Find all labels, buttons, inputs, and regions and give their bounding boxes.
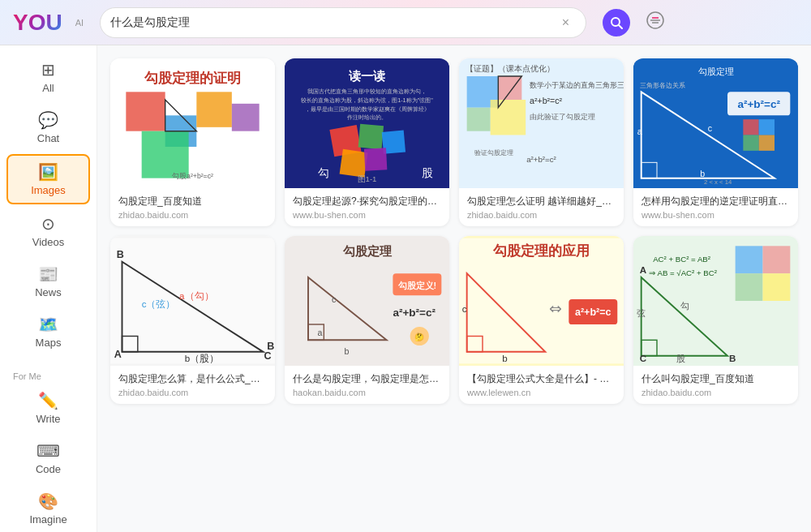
image-container-3: 【证题】（课本点优化） 数学小于某边的直角三角形三边满足： a²+b²=c² 由… (459, 58, 624, 188)
sidebar-item-code[interactable]: ⌨ Code (6, 435, 90, 482)
sidebar-item-label: Videos (32, 236, 65, 248)
math-image-4: 勾股定理 三角形各边关系 b a c a²+b²=c² (633, 58, 798, 188)
search-clear-icon[interactable]: × (556, 15, 576, 30)
svg-text:a²+b²=c²: a²+b²=c² (530, 96, 563, 105)
svg-rect-11 (196, 92, 231, 127)
svg-text:勾股定理: 勾股定理 (698, 66, 734, 76)
svg-text:C: C (264, 350, 271, 362)
image-container-8: A C B 股 弦 勾 AC² + BC² = AB² ⇒ AB = √AC² … (633, 236, 798, 366)
sidebar-item-label: Imagine (29, 513, 67, 526)
card-title-3: 勾股定理怎么证明 越详细越好_百度知道 (467, 195, 616, 208)
svg-text:B: B (729, 353, 736, 363)
svg-text:验证勾股定理: 验证勾股定理 (474, 149, 513, 157)
card-info-2: 勾股定理起源?·探究勾股定理的起源写一篇议论文 www.bu-shen.com (285, 188, 449, 226)
svg-text:8: 8 (770, 187, 775, 188)
svg-line-1 (619, 25, 622, 28)
filter-icon (646, 11, 664, 29)
math-image-8: A C B 股 弦 勾 AC² + BC² = AB² ⇒ AB = √AC² … (633, 236, 798, 366)
math-image-3: 【证题】（课本点优化） 数学小于某边的直角三角形三边满足： a²+b²=c² 由… (459, 58, 624, 188)
image-card-6[interactable]: 勾股定理 a b c 勾股定义! a²+b²=c² (285, 236, 449, 404)
svg-text:b: b (502, 353, 507, 363)
svg-text:A: A (640, 264, 647, 275)
math-image-5: B B A C b（股） a（勾） c（弦） (110, 236, 275, 366)
body: ⊞ All 💬 Chat 🖼️ Images ⊙ Videos 📰 News 🗺… (0, 45, 811, 532)
math-image-2: 读一读 我国古代把直角三角形中较短的直角边称为勾， 较长的直角边称为股，斜边称为… (285, 58, 449, 188)
svg-rect-52 (759, 119, 775, 135)
svg-rect-34 (491, 100, 526, 135)
image-card-3[interactable]: 【证题】（课本点优化） 数学小于某边的直角三角形三边满足： a²+b²=c² 由… (459, 58, 624, 226)
image-card-7[interactable]: 勾股定理的应用 b c ⇔ a²+b²=c (459, 236, 624, 404)
svg-text:6: 6 (640, 187, 644, 188)
sidebar-item-videos[interactable]: ⊙ Videos (6, 208, 90, 255)
sidebar-item-chat[interactable]: 💬 Chat (6, 104, 90, 151)
svg-text:勾股定理的证明: 勾股定理的证明 (144, 70, 241, 86)
sidebar-item-write[interactable]: ✏️ Write (6, 384, 90, 431)
write-icon: ✏️ (38, 391, 58, 410)
sidebar-item-imagine[interactable]: 🎨 Imagine (6, 485, 90, 532)
svg-text:🤔: 🤔 (414, 332, 425, 342)
images-icon: 🖼️ (38, 162, 58, 182)
logo: YOU (13, 10, 62, 36)
image-card-8[interactable]: A C B 股 弦 勾 AC² + BC² = AB² ⇒ AB = √AC² … (633, 236, 798, 404)
sidebar-item-label: Maps (36, 337, 62, 349)
image-card-4[interactable]: 勾股定理 三角形各边关系 b a c a²+b²=c² (633, 58, 798, 226)
all-icon: ⊞ (41, 60, 55, 79)
card-info-6: 什么是勾股定理，勾股定理是怎么算出来的，你会了吗_好看视频 haokan.bai… (285, 366, 449, 404)
sidebar-item-all[interactable]: ⊞ All (6, 54, 90, 101)
svg-rect-24 (340, 149, 368, 178)
svg-text:弦: 弦 (637, 308, 646, 318)
image-container-7: 勾股定理的应用 b c ⇔ a²+b²=c (459, 236, 624, 366)
sidebar-item-maps[interactable]: 🗺️ Maps (6, 308, 90, 355)
card-title-7: 【勾股定理公式大全是什么】- 乐乐问答 (467, 372, 616, 386)
search-icon (610, 16, 623, 29)
svg-rect-93 (736, 273, 763, 301)
card-info-7: 【勾股定理公式大全是什么】- 乐乐问答 www.lelewen.cn (459, 366, 624, 404)
card-domain-6: haokan.baidu.com (293, 388, 441, 397)
svg-text:作注时给出的。: 作注时给出的。 (346, 114, 387, 121)
svg-rect-32 (498, 76, 521, 100)
card-title-2: 勾股定理起源?·探究勾股定理的起源写一篇议论文 (293, 195, 441, 208)
svg-text:图1-1: 图1-1 (358, 175, 377, 184)
svg-rect-25 (364, 148, 387, 170)
sidebar-item-label: Images (31, 184, 66, 196)
svg-rect-92 (763, 246, 791, 273)
image-container-4: 勾股定理 三角形各边关系 b a c a²+b²=c² (633, 58, 798, 188)
image-container-1: 勾股定理的证明 勾股a²+b²=c² (110, 58, 275, 188)
svg-text:c（弦）: c（弦） (142, 298, 176, 310)
news-icon: 📰 (38, 264, 58, 284)
card-domain-3: zhidao.baidu.com (467, 210, 616, 220)
sidebar-item-label: Chat (37, 132, 59, 144)
maps-icon: 🗺️ (38, 315, 58, 334)
card-domain-7: www.lelewen.cn (467, 388, 616, 397)
imagine-icon: 🎨 (38, 491, 58, 511)
image-card-2[interactable]: 读一读 我国古代把直角三角形中较短的直角边称为勾， 较长的直角边称为股，斜边称为… (285, 58, 449, 226)
svg-text:a²+b²=c²: a²+b²=c² (526, 155, 556, 164)
image-container-2: 读一读 我国古代把直角三角形中较短的直角边称为勾， 较长的直角边称为股，斜边称为… (285, 58, 449, 188)
svg-text:勾股定理: 勾股定理 (342, 244, 393, 258)
svg-text:b: b (700, 169, 705, 178)
svg-text:数学小于某边的直角三角形三边满足：: 数学小于某边的直角三角形三边满足： (530, 82, 624, 90)
chat-icon: 💬 (38, 110, 58, 130)
svg-text:由此验证了勾股定理: 由此验证了勾股定理 (530, 113, 595, 121)
card-title-4: 怎样用勾股定理的逆定理证明直角三角形·证明勾股定理的逆定理 (642, 195, 790, 208)
search-input[interactable] (110, 16, 556, 29)
search-button[interactable] (603, 9, 630, 36)
svg-text:AC² + BC² = AB²: AC² + BC² = AB² (653, 254, 711, 263)
sidebar-item-label: All (42, 82, 54, 94)
svg-text:【证题】（课本点优化）: 【证题】（课本点优化） (466, 64, 555, 73)
sidebar-item-images[interactable]: 🖼️ Images (6, 154, 90, 204)
math-image-1: 勾股定理的证明 勾股a²+b²=c² (110, 58, 275, 188)
filter-button[interactable] (640, 5, 671, 40)
card-domain-8: zhidao.baidu.com (642, 388, 790, 397)
main-content: 勾股定理的证明 勾股a²+b²=c² 勾股定理_百度知道 zhidao (97, 45, 811, 532)
svg-rect-94 (763, 273, 791, 301)
svg-rect-53 (743, 135, 758, 151)
svg-text:b: b (344, 346, 349, 356)
card-info-1: 勾股定理_百度知道 zhidao.baidu.com (110, 188, 275, 226)
image-card-5[interactable]: B B A C b（股） a（勾） c（弦） 勾股定理怎么算，是什么公式_百度知… (110, 236, 275, 404)
image-card-1[interactable]: 勾股定理的证明 勾股a²+b²=c² 勾股定理_百度知道 zhidao (110, 58, 275, 226)
image-grid: 勾股定理的证明 勾股a²+b²=c² 勾股定理_百度知道 zhidao (110, 58, 798, 404)
svg-rect-91 (736, 246, 763, 273)
svg-text:a²+b²=c²: a²+b²=c² (393, 307, 436, 319)
sidebar-item-news[interactable]: 📰 News (6, 258, 90, 305)
